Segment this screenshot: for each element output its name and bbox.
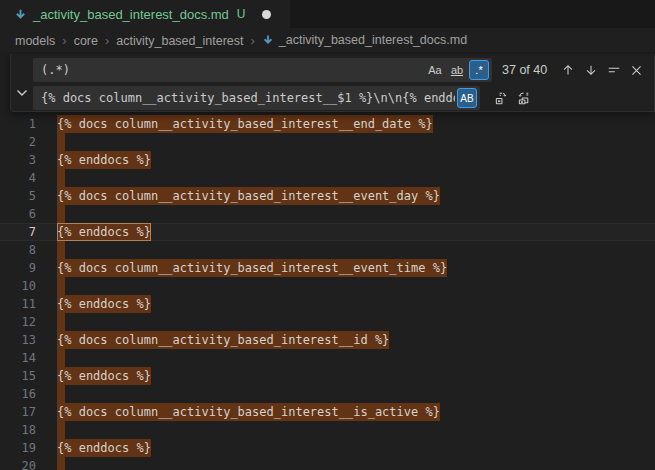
line-content [57,241,655,259]
search-match-highlight: {% enddocs %} [57,223,151,241]
selection-lines-icon [607,63,621,77]
next-match-button[interactable] [580,60,601,81]
line-content: {% enddocs %} [57,223,655,241]
search-match-highlight: {% docs column__activity_based_interest_… [57,187,440,205]
line-content [57,457,655,470]
editor-pane[interactable]: (.*) Aa ab .* 37 of 40 [0,52,655,470]
line-number: 17 [0,403,57,421]
code-line[interactable]: 2 [0,133,655,151]
markdown-icon [262,34,274,46]
line-number: 1 [0,115,57,133]
breadcrumb-separator: › [105,33,109,48]
line-number: 7 [0,223,57,241]
search-match-highlight [57,169,65,187]
code-line[interactable]: 17 {% docs column__activity_based_intere… [0,403,655,421]
breadcrumb-filename: _activity_based_interest_docs.md [279,33,467,47]
code-line[interactable]: 20 [0,457,655,470]
breadcrumb-separator: › [250,33,254,48]
search-match-highlight [57,313,65,331]
code-line[interactable]: 7 {% enddocs %} [0,223,655,241]
code-line[interactable]: 11 {% enddocs %} [0,295,655,313]
replace-value: {% docs column__activity_based_interest_… [41,91,455,105]
code-line[interactable]: 12 [0,313,655,331]
code-line[interactable]: 1 {% docs column__activity_based_interes… [0,115,655,133]
breadcrumb-file[interactable]: _activity_based_interest_docs.md [262,33,467,47]
breadcrumb-item[interactable]: models [15,34,55,48]
line-number: 10 [0,277,57,295]
whole-word-toggle[interactable]: ab [447,60,467,80]
line-content: {% docs column__activity_based_interest_… [57,331,655,349]
replace-all-button[interactable] [514,88,535,109]
vscode-window: _activity_based_interest_docs.md U model… [0,0,655,470]
code-line[interactable]: 10 [0,277,655,295]
search-match-highlight [57,457,65,470]
replace-button[interactable] [491,88,512,109]
replace-icon [494,91,509,106]
match-case-toggle[interactable]: Aa [425,60,445,80]
git-status-badge: U [237,7,246,21]
close-find-button[interactable] [626,60,647,81]
code-line[interactable]: 15 {% enddocs %} [0,367,655,385]
editor-tab[interactable]: _activity_based_interest_docs.md U [0,0,290,28]
find-replace-widget: (.*) Aa ab .* 37 of 40 [10,54,655,112]
line-number: 5 [0,187,57,205]
search-match-highlight: {% docs column__activity_based_interest_… [57,259,447,277]
code-line[interactable]: 18 [0,421,655,439]
search-match-highlight: {% enddocs %} [57,295,151,313]
preserve-case-toggle[interactable]: AB [457,88,477,108]
line-number: 2 [0,133,57,151]
code-line[interactable]: 13 {% docs column__activity_based_intere… [0,331,655,349]
code-line[interactable]: 9 {% docs column__activity_based_interes… [0,259,655,277]
find-query: (.*) [41,63,423,77]
code-line[interactable]: 8 [0,241,655,259]
breadcrumb-item[interactable]: core [74,34,98,48]
replace-input[interactable]: {% docs column__activity_based_interest_… [33,86,480,110]
match-count: 37 of 40 [502,63,547,77]
line-content: {% enddocs %} [57,367,655,385]
code-line[interactable]: 14 [0,349,655,367]
whole-word-icon: ab [451,64,463,76]
previous-match-button[interactable] [557,60,578,81]
replace-all-icon [517,91,532,106]
regex-toggle[interactable]: .* [469,60,489,80]
code-line[interactable]: 5 {% docs column__activity_based_interes… [0,187,655,205]
line-number: 18 [0,421,57,439]
line-number: 4 [0,169,57,187]
toggle-replace-button[interactable] [11,54,33,111]
line-number: 19 [0,439,57,457]
line-content [57,385,655,403]
code-line[interactable]: 16 [0,385,655,403]
line-content: {% enddocs %} [57,295,655,313]
code-line[interactable]: 3 {% enddocs %} [0,151,655,169]
line-content [57,421,655,439]
line-number: 13 [0,331,57,349]
search-match-highlight [57,421,65,439]
search-match-highlight [57,241,65,259]
unsaved-changes-dot[interactable] [262,10,271,19]
find-input[interactable]: (.*) Aa ab .* [33,58,492,82]
code-line[interactable]: 6 [0,205,655,223]
line-content [57,313,655,331]
line-number: 8 [0,241,57,259]
line-number: 11 [0,295,57,313]
search-match-highlight [57,385,65,403]
line-number: 20 [0,457,57,470]
close-icon [630,64,643,77]
search-match-highlight: {% docs column__activity_based_interest_… [57,403,440,421]
tab-bar: _activity_based_interest_docs.md U [0,0,655,28]
arrow-down-icon [584,63,598,77]
search-match-highlight: {% enddocs %} [57,367,151,385]
code-line[interactable]: 19 {% enddocs %} [0,439,655,457]
line-number: 12 [0,313,57,331]
code-area[interactable]: 1 {% docs column__activity_based_interes… [0,52,655,470]
line-content [57,349,655,367]
line-content [57,169,655,187]
line-number: 15 [0,367,57,385]
line-number: 14 [0,349,57,367]
search-match-highlight: {% docs column__activity_based_interest_… [57,115,433,133]
breadcrumb-item[interactable]: activity_based_interest [116,34,243,48]
line-content: {% enddocs %} [57,439,655,457]
find-in-selection-button[interactable] [603,60,624,81]
code-line[interactable]: 4 [0,169,655,187]
search-match-highlight: {% enddocs %} [57,439,151,457]
